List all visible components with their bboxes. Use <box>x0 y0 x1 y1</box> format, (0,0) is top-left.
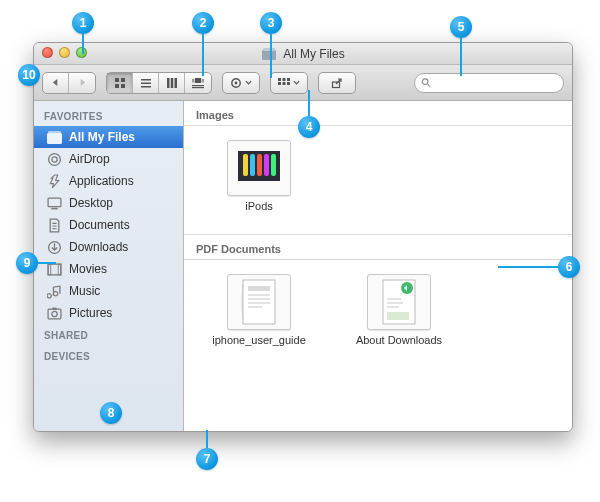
svg-rect-14 <box>202 79 205 83</box>
forward-button[interactable] <box>69 73 95 93</box>
sidebar-item-music[interactable]: Music <box>34 280 183 302</box>
sidebar-item-airdrop[interactable]: AirDrop <box>34 148 183 170</box>
view-coverflow-button[interactable] <box>185 73 211 93</box>
group-header-pdf: PDF Documents <box>184 235 572 260</box>
sidebar: FAVORITES All My Files AirDrop Applicati… <box>34 101 184 431</box>
svg-rect-11 <box>174 78 177 88</box>
group-body-pdf: iphone_user_guide About Downloads <box>184 260 572 368</box>
svg-rect-20 <box>283 78 286 81</box>
nav-buttons <box>42 72 96 94</box>
grid-icon <box>278 78 290 88</box>
view-switcher <box>106 72 212 94</box>
view-column-button[interactable] <box>159 73 185 93</box>
group-body-images: iPods <box>184 126 572 234</box>
airdrop-icon <box>46 151 62 167</box>
downloads-icon <box>46 239 62 255</box>
search-field[interactable] <box>414 73 564 93</box>
svg-rect-7 <box>141 82 151 84</box>
callout-6: 6 <box>558 256 580 278</box>
file-label: iPods <box>245 200 273 212</box>
traffic-lights <box>42 47 87 58</box>
sidebar-item-label: Movies <box>69 262 107 276</box>
sidebar-section-favorites[interactable]: FAVORITES <box>34 105 183 126</box>
all-my-files-icon <box>46 129 62 145</box>
svg-rect-3 <box>121 78 125 82</box>
svg-rect-47 <box>257 154 262 176</box>
finder-window: All My Files <box>33 42 573 432</box>
sidebar-item-documents[interactable]: Documents <box>34 214 183 236</box>
window-title: All My Files <box>283 47 344 61</box>
svg-rect-51 <box>248 286 270 291</box>
close-button[interactable] <box>42 47 53 58</box>
svg-rect-25 <box>333 82 340 88</box>
svg-rect-23 <box>283 82 286 85</box>
svg-rect-52 <box>248 294 270 296</box>
svg-rect-55 <box>248 306 262 308</box>
callout-9: 9 <box>16 252 38 274</box>
minimize-button[interactable] <box>59 47 70 58</box>
file-label: iphone_user_guide <box>212 334 306 346</box>
sidebar-item-all-my-files[interactable]: All My Files <box>34 126 183 148</box>
svg-point-26 <box>422 79 428 85</box>
callout-2: 2 <box>192 12 214 34</box>
svg-rect-53 <box>248 298 270 300</box>
sidebar-item-applications[interactable]: Applications <box>34 170 183 192</box>
share-button[interactable] <box>318 72 356 94</box>
sidebar-item-label: Applications <box>69 174 134 188</box>
sidebar-section-devices[interactable]: DEVICES <box>34 345 183 366</box>
sidebar-item-pictures[interactable]: Pictures <box>34 302 183 324</box>
callout-10: 10 <box>18 64 40 86</box>
svg-rect-13 <box>192 79 195 83</box>
search-icon <box>421 77 431 88</box>
svg-rect-61 <box>387 312 409 320</box>
sidebar-item-label: AirDrop <box>69 152 110 166</box>
documents-icon <box>46 217 62 233</box>
file-item[interactable]: iphone_user_guide <box>204 274 314 346</box>
file-thumbnail <box>227 274 291 330</box>
sidebar-item-label: Desktop <box>69 196 113 210</box>
callout-5: 5 <box>450 16 472 38</box>
back-button[interactable] <box>43 73 69 93</box>
svg-rect-49 <box>271 154 276 176</box>
action-button[interactable] <box>222 72 260 94</box>
svg-rect-33 <box>51 207 57 209</box>
file-item[interactable]: About Downloads <box>344 274 454 346</box>
svg-rect-39 <box>48 264 51 275</box>
toolbar <box>34 65 572 101</box>
svg-rect-43 <box>52 307 56 309</box>
svg-rect-8 <box>141 86 151 88</box>
svg-rect-19 <box>278 78 281 81</box>
sidebar-item-label: Downloads <box>69 240 128 254</box>
arrange-button[interactable] <box>270 72 308 94</box>
sidebar-item-label: Documents <box>69 218 130 232</box>
svg-rect-12 <box>195 78 201 83</box>
svg-rect-22 <box>278 82 281 85</box>
file-thumbnail <box>367 274 431 330</box>
view-icon-button[interactable] <box>107 73 133 93</box>
svg-rect-32 <box>48 198 61 207</box>
view-list-button[interactable] <box>133 73 159 93</box>
svg-rect-60 <box>387 306 399 308</box>
svg-rect-16 <box>192 87 204 88</box>
sidebar-item-label: All My Files <box>69 130 135 144</box>
svg-rect-15 <box>192 85 204 86</box>
svg-point-30 <box>48 153 60 165</box>
svg-rect-4 <box>115 84 119 88</box>
svg-rect-41 <box>48 309 61 319</box>
sidebar-item-desktop[interactable]: Desktop <box>34 192 183 214</box>
sidebar-item-downloads[interactable]: Downloads <box>34 236 183 258</box>
chevron-down-icon <box>245 80 252 85</box>
titlebar[interactable]: All My Files <box>34 43 572 65</box>
search-input[interactable] <box>435 77 557 89</box>
svg-rect-46 <box>250 154 255 176</box>
svg-rect-54 <box>248 302 270 304</box>
sidebar-section-shared[interactable]: SHARED <box>34 324 183 345</box>
svg-point-18 <box>235 81 238 84</box>
svg-rect-6 <box>141 79 151 81</box>
file-item[interactable]: iPods <box>204 140 314 212</box>
gear-icon <box>230 77 242 89</box>
sidebar-item-movies[interactable]: Movies <box>34 258 183 280</box>
applications-icon <box>46 173 62 189</box>
file-label: About Downloads <box>356 334 442 346</box>
pictures-icon <box>46 305 62 321</box>
